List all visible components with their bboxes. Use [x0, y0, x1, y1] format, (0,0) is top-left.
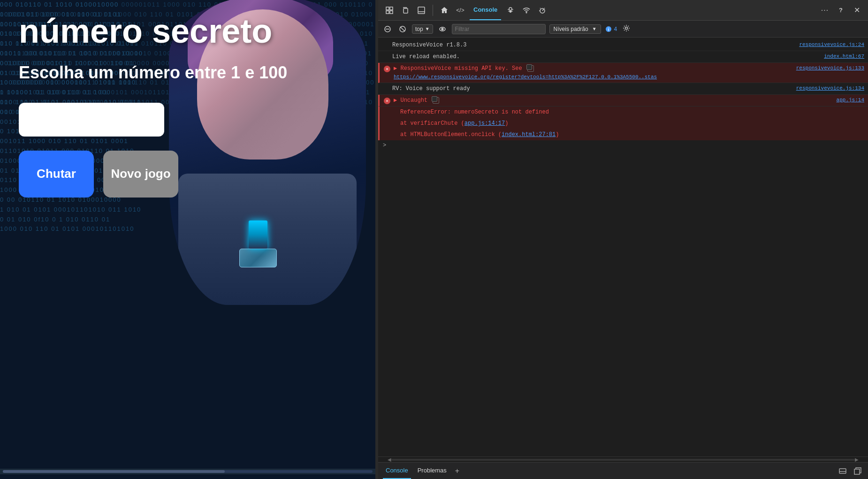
devtools-bottom-scrollbar: ◀ ▶ [378, 456, 868, 462]
entry-3-link[interactable]: https://www.responsivevoice.org/register… [394, 74, 657, 80]
console-entry-5-block: ✕ ▶ Uncaught app.js:14 ReferenceError: n… [378, 95, 868, 140]
scroll-left-icon[interactable]: ◀ [388, 457, 391, 462]
svg-text:i: i [608, 27, 609, 32]
console-entry-4: RV: Voice support ready responsivevoice.… [378, 83, 868, 95]
clear-console-icon[interactable] [382, 23, 393, 35]
error-icon-5: ✕ [383, 97, 391, 105]
error-circle: ✕ [384, 66, 390, 72]
error-detail-line-3: at HTMLButtonElement.onclick (index.html… [378, 129, 868, 140]
console-subtoolbar: top ▼ Níveis padrão ▼ i 4 [378, 21, 868, 38]
dock-icon[interactable] [415, 4, 428, 17]
console-entry-2: Live reload enabled. index.html:67 [378, 51, 868, 63]
levels-label: Níveis padrão [554, 26, 588, 32]
home-icon[interactable] [438, 4, 451, 17]
error-detail-line-2: at verificarChute (app.js:14:17) [378, 118, 868, 129]
entry-2-location[interactable]: index.html:67 [824, 53, 864, 61]
help-icon[interactable]: ? [834, 4, 847, 17]
eye-icon[interactable] [437, 23, 448, 35]
console-tab-label: Console [386, 467, 408, 474]
scrollbar-track [3, 470, 373, 473]
expand-icon[interactable] [852, 465, 863, 477]
console-output[interactable]: ResponsiveVoice r1.8.3 responsivevoice.j… [378, 38, 868, 456]
entry-5-content: ▶ Uncaught app.js:14 [394, 96, 864, 105]
scroll-track[interactable] [391, 459, 855, 461]
guess-button[interactable]: Chutar [19, 151, 94, 198]
context-dropdown-icon: ▼ [425, 26, 430, 31]
buttons-row: Chutar Novo jogo [19, 151, 357, 198]
copy-icon[interactable] [399, 4, 412, 17]
entry-3-text: ▶ ResponsiveVoice missing API key. See [394, 64, 792, 73]
character-glow [249, 220, 267, 249]
context-label: top [415, 26, 423, 32]
entry-3-content: ▶ ResponsiveVoice missing API key. See r… [394, 64, 864, 81]
entry-4-content: RV: Voice support ready responsivevoice.… [392, 84, 864, 93]
entry-3-main: ▶ ResponsiveVoice missing API key. See r… [394, 64, 864, 73]
svg-rect-3 [390, 11, 393, 14]
warning-count: 4 [614, 26, 617, 32]
entry-1-text: ResponsiveVoice r1.8.3 [392, 41, 794, 49]
svg-rect-26 [839, 469, 846, 473]
error-icon-3: ✕ [383, 65, 391, 73]
entry-5-text: ▶ Uncaught [394, 96, 832, 105]
svg-rect-0 [386, 7, 389, 10]
error-circle-5: ✕ [384, 98, 390, 104]
copy-link-icon-5[interactable] [433, 97, 439, 104]
inspect-icon[interactable] [383, 4, 396, 17]
devtools-bottombar: Console Problemas + [378, 462, 868, 479]
game-scrollbar [0, 469, 375, 474]
add-tab-icon[interactable]: + [453, 467, 461, 475]
svg-line-20 [400, 27, 405, 31]
entry-2-text: Live reload enabled. [392, 53, 819, 61]
filter-input[interactable] [452, 24, 546, 34]
tab-problems[interactable]: Problemas [415, 463, 449, 479]
scroll-right-icon[interactable]: ▶ [855, 457, 859, 462]
levels-dropdown-icon: ▼ [592, 26, 597, 31]
tab-console[interactable]: Console [470, 0, 501, 20]
svg-point-22 [442, 28, 443, 30]
bottom-right-icons [837, 465, 863, 477]
error-link-1[interactable]: app.js:14:17 [464, 120, 505, 127]
entry-5-main: ▶ Uncaught app.js:14 [394, 96, 864, 105]
entry-4-text: RV: Voice support ready [392, 84, 792, 93]
toolbar-separator [433, 5, 433, 16]
error-link-2[interactable]: index.html:27:81 [502, 131, 556, 138]
console-entry-1: ResponsiveVoice r1.8.3 responsivevoice.j… [378, 39, 868, 51]
context-selector[interactable]: top ▼ [412, 24, 433, 34]
more-options-icon[interactable]: ··· [818, 4, 831, 17]
svg-point-12 [526, 12, 527, 13]
scrollbar-thumb[interactable] [3, 470, 225, 473]
dock-bottom-icon[interactable] [837, 465, 848, 477]
console-prompt: > [378, 140, 868, 144]
error-at-1: at verificarChute ( [400, 120, 464, 127]
entry-1-content: ResponsiveVoice r1.8.3 responsivevoice.j… [392, 41, 864, 49]
devtools-toolbar: </> Console [378, 0, 868, 21]
console-entry-5: ✕ ▶ Uncaught app.js:14 [378, 95, 868, 106]
svg-rect-5 [418, 7, 425, 14]
code-icon[interactable]: </> [454, 4, 467, 17]
game-subtitle: Escolha um número entre 1 e 100 [19, 62, 357, 84]
entry-2-content: Live reload enabled. index.html:67 [392, 53, 864, 61]
new-game-button[interactable]: Novo jogo [103, 151, 178, 198]
entry-4-location[interactable]: responsivevoice.js:134 [796, 84, 864, 92]
entry-3-location[interactable]: responsivevoice.js:133 [796, 64, 864, 72]
error-at-2: at HTMLButtonElement.onclick ( [400, 131, 502, 138]
game-panel: 000 010110 01 1010 0100010000 000001011 … [0, 0, 375, 479]
debug-icon[interactable] [504, 4, 517, 17]
close-icon[interactable]: ✕ [850, 4, 863, 17]
warning-badge[interactable]: i 4 [605, 25, 617, 33]
entry-5-location[interactable]: app.js:14 [837, 96, 864, 104]
prompt-arrow: > [383, 142, 386, 149]
block-icon[interactable] [397, 23, 408, 35]
svg-point-25 [625, 27, 628, 29]
game-title: número secreto [19, 14, 357, 48]
settings-icon[interactable] [621, 23, 632, 35]
copy-link-icon[interactable] [527, 65, 534, 72]
entry-1-location[interactable]: responsivevoice.js:24 [799, 41, 864, 49]
svg-line-14 [540, 8, 541, 8]
performance-icon[interactable] [536, 4, 549, 17]
number-input[interactable] [19, 103, 164, 137]
game-content: número secreto Escolha um número entre 1… [19, 14, 357, 198]
wifi-icon[interactable] [520, 4, 533, 17]
levels-selector[interactable]: Níveis padrão ▼ [549, 24, 601, 34]
tab-console-bottom[interactable]: Console [383, 463, 411, 479]
